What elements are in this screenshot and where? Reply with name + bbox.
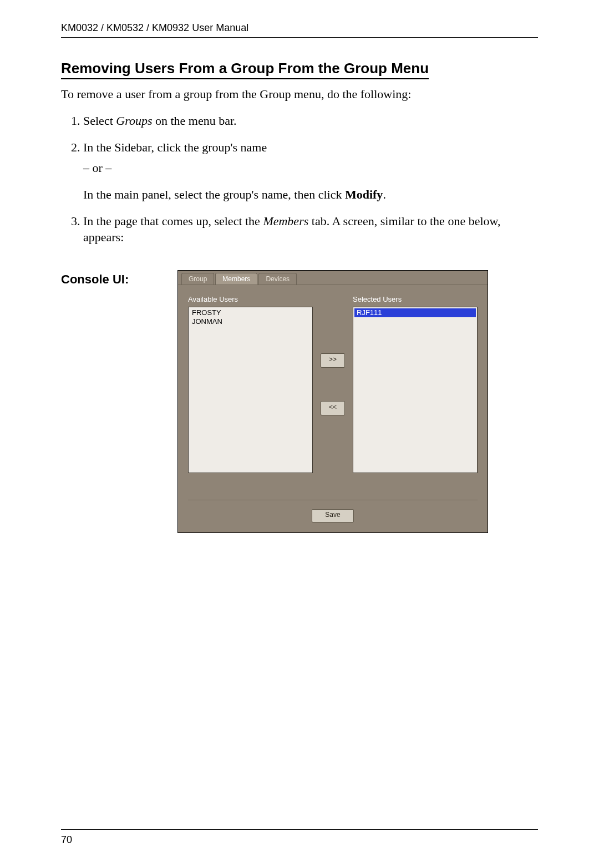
step2-line2: In the main panel, select the group's na…: [83, 186, 538, 203]
step3-prefix: In the page that comes up, select the: [83, 214, 263, 228]
available-users-list[interactable]: FROSTY JONMAN: [188, 307, 313, 473]
tab-devices[interactable]: Devices: [258, 273, 297, 285]
step3-em: Members: [263, 214, 308, 228]
selected-users-list[interactable]: RJF111: [353, 307, 478, 473]
step2-line2-prefix: In the main panel, select the group's na…: [83, 187, 345, 201]
selected-column: Selected Users RJF111: [353, 295, 478, 473]
step2-line1: In the Sidebar, click the group's name: [83, 139, 538, 156]
tab-members[interactable]: Members: [215, 273, 257, 285]
page-number: 70: [61, 834, 72, 845]
move-right-button[interactable]: >>: [321, 353, 345, 368]
list-item[interactable]: RJF111: [354, 308, 476, 317]
available-label: Available Users: [188, 295, 313, 303]
step-1: Select Groups on the menu bar.: [83, 113, 538, 129]
tab-bar: Group Members Devices: [178, 271, 488, 285]
step2-line2-bold: Modify: [345, 187, 383, 201]
move-left-button[interactable]: <<: [321, 401, 345, 415]
step-2: In the Sidebar, click the group's name –…: [83, 139, 538, 203]
console-ui-label: Console UI:: [61, 270, 177, 287]
step1-suffix: on the menu bar.: [152, 114, 236, 128]
transfer-buttons: >> <<: [321, 301, 345, 468]
running-header: KM0032 / KM0532 / KM0932 User Manual: [61, 22, 538, 38]
footer: 70: [61, 829, 538, 846]
list-item[interactable]: FROSTY: [190, 308, 311, 317]
step1-em: Groups: [116, 114, 152, 128]
step2-line2-suffix: .: [383, 187, 386, 201]
available-column: Available Users FROSTY JONMAN: [188, 295, 313, 473]
section-title: Removing Users From a Group From the Gro…: [61, 60, 429, 79]
step1-prefix: Select: [83, 114, 116, 128]
steps-list: Select Groups on the menu bar. In the Si…: [61, 113, 538, 256]
step-3: In the page that comes up, select the Me…: [83, 213, 538, 246]
console-ui-screenshot: Group Members Devices Available Users FR…: [177, 270, 488, 533]
save-button[interactable]: Save: [312, 509, 354, 522]
selected-label: Selected Users: [353, 295, 478, 303]
intro-text: To remove a user from a group from the G…: [61, 87, 538, 101]
list-item[interactable]: JONMAN: [190, 317, 311, 326]
tab-group[interactable]: Group: [181, 273, 214, 285]
step2-or: – or –: [83, 160, 538, 176]
